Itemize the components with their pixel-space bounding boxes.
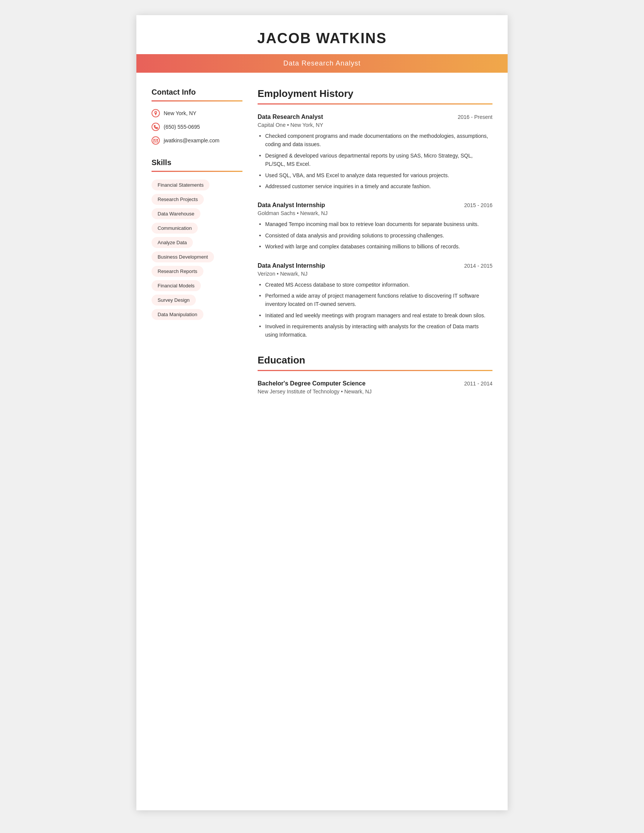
contact-divider [151,100,242,101]
job-bullet: Addressed customer service inquiries in … [258,182,493,190]
employment-divider [258,103,493,105]
body-layout: Contact Info New York, NY [136,73,508,410]
job-entry: Data Research Analyst2016 - PresentCapit… [258,114,493,190]
employment-section: Employment History Data Research Analyst… [258,88,493,339]
job-bullet: Used SQL, VBA, and MS Excel to analyze d… [258,171,493,180]
job-title: Data Analyst Internship [258,262,325,269]
skills-list: Financial StatementsResearch ProjectsDat… [151,180,242,323]
job-bullet: Worked with large and complex databases … [258,242,493,251]
skill-tag: Research Reports [151,266,203,277]
education-header: Bachelor's Degree Computer Science2011 -… [258,380,493,387]
location-icon [151,109,160,117]
skill-tag: Survey Design [151,294,196,306]
skills-section-title: Skills [151,158,242,167]
skill-tag: Financial Models [151,280,201,291]
email-text: jwatkins@example.com [164,137,219,143]
skill-tag: Analyze Data [151,237,193,248]
job-company: Capital One • New York, NY [258,122,493,128]
job-dates: 2016 - Present [457,114,493,120]
skill-tag: Business Development [151,251,214,262]
job-header: Data Analyst Internship2014 - 2015 [258,262,493,269]
job-company: Verizon • Newark, NJ [258,271,493,277]
job-bullet: Involved in requirements analysis by int… [258,322,493,339]
job-bullet: Consisted of data analysis and providing… [258,232,493,240]
job-title: Data Research Analyst [258,114,323,121]
contact-location: New York, NY [151,109,242,117]
job-bullet: Managed Tempo incoming mail box to retri… [258,220,493,228]
job-company: Goldman Sachs • Newark, NJ [258,210,493,216]
job-header: Data Research Analyst2016 - Present [258,114,493,121]
candidate-name: JACOB WATKINS [136,15,508,54]
job-bullet: Performed a wide array of project manage… [258,291,493,309]
education-entry: Bachelor's Degree Computer Science2011 -… [258,380,493,394]
education-section: Education Bachelor's Degree Computer Sci… [258,354,493,394]
job-bullet: Checked component programs and made docu… [258,132,493,149]
phone-text: (650) 555-0695 [164,124,200,130]
main-content: Employment History Data Research Analyst… [258,88,493,394]
education-dates: 2011 - 2014 [464,381,493,387]
education-school: New Jersey Institute of Technology • New… [258,389,493,394]
candidate-title: Data Research Analyst [136,54,508,73]
job-bullet: Designed & developed various departmenta… [258,151,493,169]
location-text: New York, NY [164,110,196,116]
skills-divider [151,171,242,172]
job-title: Data Analyst Internship [258,202,325,209]
skills-section: Skills Financial StatementsResearch Proj… [151,158,242,323]
education-degree: Bachelor's Degree Computer Science [258,380,365,387]
employment-section-title: Employment History [258,88,493,100]
job-entry: Data Analyst Internship2014 - 2015Verizo… [258,262,493,339]
skill-tag: Financial Statements [151,180,209,190]
job-dates: 2014 - 2015 [464,263,493,269]
skill-tag: Communication [151,223,198,234]
job-entry: Data Analyst Internship2015 - 2016Goldma… [258,202,493,251]
jobs-list: Data Research Analyst2016 - PresentCapit… [258,114,493,339]
email-icon [151,136,160,145]
resume-page: JACOB WATKINS Data Research Analyst Cont… [136,15,508,810]
education-divider [258,370,493,371]
skill-tag: Research Projects [151,194,204,205]
contact-email: jwatkins@example.com [151,136,242,145]
phone-icon [151,123,160,131]
contact-section-title: Contact Info [151,88,242,96]
job-header: Data Analyst Internship2015 - 2016 [258,202,493,209]
skill-tag: Data Manipulation [151,309,203,320]
skill-tag: Data Warehouse [151,208,200,219]
job-bullet: Initiated and led weekly meetings with p… [258,311,493,320]
education-section-title: Education [258,354,493,366]
job-bullet: Created MS Access database to store comp… [258,281,493,289]
education-list: Bachelor's Degree Computer Science2011 -… [258,380,493,394]
sidebar: Contact Info New York, NY [151,88,242,394]
contact-section: Contact Info New York, NY [151,88,242,145]
job-dates: 2015 - 2016 [464,202,493,208]
contact-phone: (650) 555-0695 [151,123,242,131]
